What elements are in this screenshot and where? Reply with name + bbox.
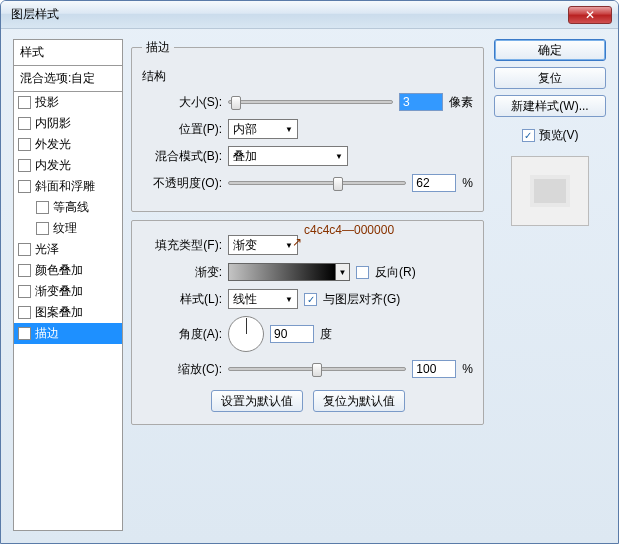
opacity-unit: % bbox=[462, 176, 473, 190]
set-default-button[interactable]: 设置为默认值 bbox=[211, 390, 303, 412]
filltype-label: 填充类型(F): bbox=[142, 237, 222, 254]
angle-input[interactable] bbox=[270, 325, 314, 343]
size-label: 大小(S): bbox=[142, 94, 222, 111]
gradient-editor[interactable] bbox=[228, 263, 336, 281]
style-checkbox[interactable] bbox=[36, 201, 49, 214]
style-item[interactable]: 渐变叠加 bbox=[14, 281, 122, 302]
style-item-label: 图案叠加 bbox=[35, 304, 83, 321]
style-item-label: 外发光 bbox=[35, 136, 71, 153]
style-checkbox[interactable] bbox=[18, 285, 31, 298]
chevron-down-icon: ▼ bbox=[335, 152, 343, 161]
style-checkbox[interactable] bbox=[18, 117, 31, 130]
right-panel: 确定 复位 新建样式(W)... 预览(V) bbox=[494, 39, 606, 531]
position-label: 位置(P): bbox=[142, 121, 222, 138]
angle-unit: 度 bbox=[320, 326, 332, 343]
blend-label: 混合模式(B): bbox=[142, 148, 222, 165]
style-item[interactable]: 内发光 bbox=[14, 155, 122, 176]
angle-dial[interactable] bbox=[228, 316, 264, 352]
titlebar: 图层样式 ✕ bbox=[1, 1, 618, 29]
style-item[interactable]: 内阴影 bbox=[14, 113, 122, 134]
style-checkbox[interactable] bbox=[18, 96, 31, 109]
scale-slider[interactable] bbox=[228, 367, 406, 371]
window-title: 图层样式 bbox=[11, 6, 59, 23]
scale-label: 缩放(C): bbox=[142, 361, 222, 378]
blend-options-item[interactable]: 混合选项:自定 bbox=[14, 66, 122, 92]
close-button[interactable]: ✕ bbox=[568, 6, 612, 24]
styles-header[interactable]: 样式 bbox=[14, 40, 122, 66]
style-item-label: 斜面和浮雕 bbox=[35, 178, 95, 195]
style-checkbox[interactable] bbox=[36, 222, 49, 235]
style-item[interactable]: 纹理 bbox=[14, 218, 122, 239]
style-item-label: 描边 bbox=[35, 325, 59, 342]
gradient-label: 渐变: bbox=[142, 264, 222, 281]
layer-style-dialog: 图层样式 ✕ 样式 混合选项:自定 投影内阴影外发光内发光斜面和浮雕等高线纹理光… bbox=[0, 0, 619, 544]
reverse-label: 反向(R) bbox=[375, 264, 416, 281]
align-label: 与图层对齐(G) bbox=[323, 291, 400, 308]
style-item-label: 内阴影 bbox=[35, 115, 71, 132]
style-checkbox[interactable] bbox=[18, 138, 31, 151]
close-icon: ✕ bbox=[585, 8, 595, 22]
style-item[interactable]: 描边 bbox=[14, 323, 122, 344]
style-item[interactable]: 颜色叠加 bbox=[14, 260, 122, 281]
opacity-label: 不透明度(O): bbox=[142, 175, 222, 192]
styles-panel: 样式 混合选项:自定 投影内阴影外发光内发光斜面和浮雕等高线纹理光泽颜色叠加渐变… bbox=[13, 39, 123, 531]
reset-default-button[interactable]: 复位为默认值 bbox=[313, 390, 405, 412]
style-item-label: 光泽 bbox=[35, 241, 59, 258]
stroke-group: 描边 结构 大小(S): 像素 位置(P): 内部▼ 混合模式(B): bbox=[131, 39, 484, 212]
chevron-down-icon: ▼ bbox=[285, 125, 293, 134]
preview-checkbox[interactable] bbox=[522, 129, 535, 142]
ok-button[interactable]: 确定 bbox=[494, 39, 606, 61]
angle-label: 角度(A): bbox=[142, 326, 222, 343]
opacity-slider[interactable] bbox=[228, 181, 406, 185]
stroke-legend: 描边 bbox=[142, 39, 174, 56]
style-checkbox[interactable] bbox=[18, 264, 31, 277]
style-checkbox[interactable] bbox=[18, 327, 31, 340]
style-label: 样式(L): bbox=[142, 291, 222, 308]
blend-select[interactable]: 叠加▼ bbox=[228, 146, 348, 166]
style-checkbox[interactable] bbox=[18, 159, 31, 172]
annotation-arrow-icon: ↗ bbox=[292, 235, 302, 249]
style-checkbox[interactable] bbox=[18, 306, 31, 319]
style-item[interactable]: 外发光 bbox=[14, 134, 122, 155]
gradient-annotation: c4c4c4—000000 bbox=[304, 223, 394, 237]
style-item[interactable]: 光泽 bbox=[14, 239, 122, 260]
size-input[interactable] bbox=[399, 93, 443, 111]
style-item[interactable]: 投影 bbox=[14, 92, 122, 113]
filltype-select[interactable]: 渐变▼ bbox=[228, 235, 298, 255]
style-select[interactable]: 线性▼ bbox=[228, 289, 298, 309]
size-slider[interactable] bbox=[228, 100, 393, 104]
scale-input[interactable] bbox=[412, 360, 456, 378]
style-item[interactable]: 斜面和浮雕 bbox=[14, 176, 122, 197]
style-item-label: 颜色叠加 bbox=[35, 262, 83, 279]
style-item[interactable]: 等高线 bbox=[14, 197, 122, 218]
new-style-button[interactable]: 新建样式(W)... bbox=[494, 95, 606, 117]
style-item-label: 纹理 bbox=[53, 220, 77, 237]
style-item-label: 渐变叠加 bbox=[35, 283, 83, 300]
opacity-input[interactable] bbox=[412, 174, 456, 192]
style-item-label: 投影 bbox=[35, 94, 59, 111]
gradient-dropdown[interactable]: ▼ bbox=[336, 263, 350, 281]
preview-thumbnail bbox=[511, 156, 589, 226]
style-item-label: 内发光 bbox=[35, 157, 71, 174]
style-item[interactable]: 图案叠加 bbox=[14, 302, 122, 323]
chevron-down-icon: ▼ bbox=[285, 295, 293, 304]
cancel-button[interactable]: 复位 bbox=[494, 67, 606, 89]
style-checkbox[interactable] bbox=[18, 243, 31, 256]
preview-label: 预览(V) bbox=[539, 127, 579, 144]
scale-unit: % bbox=[462, 362, 473, 376]
preview-inner bbox=[530, 175, 570, 207]
style-checkbox[interactable] bbox=[18, 180, 31, 193]
fill-group: 填充类型(F): 渐变▼ c4c4c4—000000 ↗ 渐变: ▼ 反向(R) bbox=[131, 220, 484, 425]
style-list: 投影内阴影外发光内发光斜面和浮雕等高线纹理光泽颜色叠加渐变叠加图案叠加描边 bbox=[14, 92, 122, 344]
style-item-label: 等高线 bbox=[53, 199, 89, 216]
position-select[interactable]: 内部▼ bbox=[228, 119, 298, 139]
reverse-checkbox[interactable] bbox=[356, 266, 369, 279]
structure-label: 结构 bbox=[142, 68, 473, 85]
size-unit: 像素 bbox=[449, 94, 473, 111]
align-checkbox[interactable] bbox=[304, 293, 317, 306]
